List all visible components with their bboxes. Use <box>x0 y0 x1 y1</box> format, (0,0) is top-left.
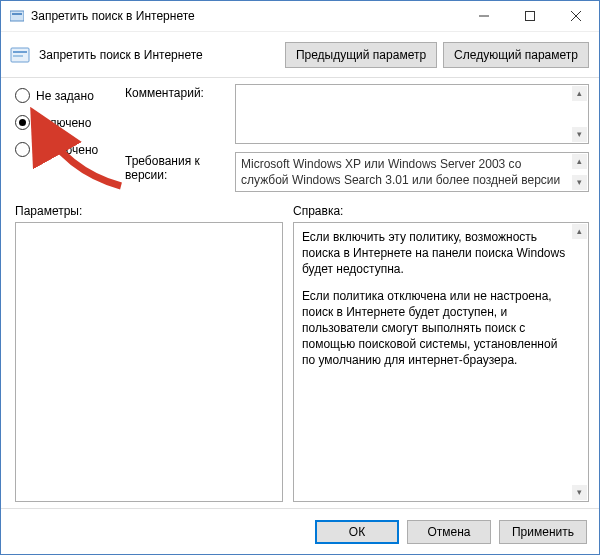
radio-enabled[interactable]: Включено <box>15 115 107 130</box>
radio-label: Не задано <box>36 89 94 103</box>
scroll-down-icon[interactable]: ▾ <box>572 127 587 142</box>
maximize-button[interactable] <box>507 1 553 31</box>
cancel-button[interactable]: Отмена <box>407 520 491 544</box>
radio-disabled[interactable]: Отключено <box>15 142 107 157</box>
comment-textbox[interactable]: ▴ ▾ <box>235 84 589 144</box>
scroll-up-icon[interactable]: ▴ <box>572 86 587 101</box>
radio-icon <box>15 142 30 157</box>
help-label: Справка: <box>293 204 343 218</box>
ok-button[interactable]: ОК <box>315 520 399 544</box>
help-paragraph: Если включить эту политику, возможность … <box>302 229 568 278</box>
radio-not-configured[interactable]: Не задано <box>15 88 107 103</box>
apply-button[interactable]: Применить <box>499 520 587 544</box>
options-panel <box>15 222 283 502</box>
radio-label: Отключено <box>36 143 98 157</box>
scroll-down-icon[interactable]: ▾ <box>572 175 587 190</box>
comment-label: Комментарий: <box>125 84 225 144</box>
requirements-textbox: Microsoft Windows XP или Windows Server … <box>235 152 589 192</box>
scroll-down-icon[interactable]: ▾ <box>572 485 587 500</box>
help-paragraph: Если политика отключена или не настроена… <box>302 288 568 369</box>
options-label: Параметры: <box>15 204 293 218</box>
policy-title: Запретить поиск в Интернете <box>39 48 279 62</box>
scroll-up-icon[interactable]: ▴ <box>572 154 587 169</box>
policy-icon <box>9 44 31 66</box>
policy-editor-window: Запретить поиск в Интернете Запретить по… <box>0 0 600 555</box>
radio-icon <box>15 88 30 103</box>
svg-rect-8 <box>13 55 23 57</box>
main-content: Не задано Включено Отключено Комментарий… <box>1 78 599 508</box>
help-panel: Если включить эту политику, возможность … <box>293 222 589 502</box>
window-title: Запретить поиск в Интернете <box>31 9 461 23</box>
svg-rect-0 <box>10 11 24 21</box>
previous-setting-button[interactable]: Предыдущий параметр <box>285 42 437 68</box>
state-radio-group: Не задано Включено Отключено <box>15 84 107 192</box>
window-controls <box>461 1 599 31</box>
requirements-label: Требования к версии: <box>125 152 225 192</box>
requirements-text: Microsoft Windows XP или Windows Server … <box>241 157 560 187</box>
svg-rect-3 <box>526 12 535 21</box>
close-button[interactable] <box>553 1 599 31</box>
titlebar: Запретить поиск в Интернете <box>1 1 599 32</box>
svg-rect-1 <box>12 13 22 15</box>
next-setting-button[interactable]: Следующий параметр <box>443 42 589 68</box>
radio-label: Включено <box>36 116 91 130</box>
svg-rect-7 <box>13 51 27 53</box>
dialog-footer: ОК Отмена Применить <box>1 508 599 554</box>
app-icon <box>9 8 25 24</box>
scroll-up-icon[interactable]: ▴ <box>572 224 587 239</box>
minimize-button[interactable] <box>461 1 507 31</box>
header-row: Запретить поиск в Интернете Предыдущий п… <box>1 32 599 78</box>
radio-icon <box>15 115 30 130</box>
